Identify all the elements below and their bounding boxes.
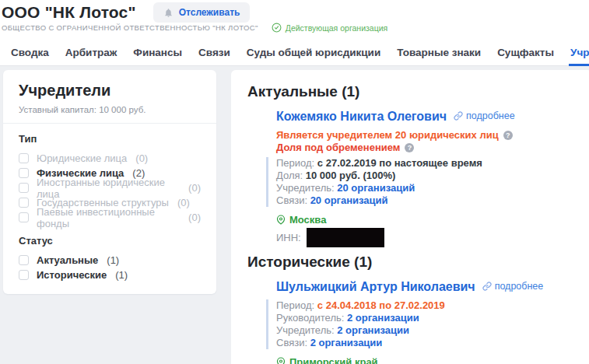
filter-label: Актуальные xyxy=(37,254,98,266)
checkbox[interactable] xyxy=(19,168,29,178)
person-name-link[interactable]: Шульжицкий Артур Николаевич xyxy=(276,280,475,294)
filter-checkbox-row[interactable]: Актуальные (1) xyxy=(19,253,201,268)
detail-label: Учредитель: xyxy=(276,182,337,194)
tab-svyazi[interactable]: Связи xyxy=(198,42,230,66)
location-label: Приморский край xyxy=(289,356,378,364)
detail-value-link[interactable]: 20 организаций xyxy=(337,182,415,194)
follow-button-label: Отслеживать xyxy=(179,7,240,18)
founders-content: Актуальные (1) Кожемяко Никита Олегович … xyxy=(231,70,589,364)
filter-label: Исторические xyxy=(37,269,107,281)
detail-row: Период: с 24.04.2018 по 27.02.2019 xyxy=(276,299,589,312)
detail-row: Связи: 20 организаций xyxy=(276,194,589,207)
filter-count: (0) xyxy=(135,152,148,164)
checkbox[interactable] xyxy=(19,198,29,208)
map-pin-icon xyxy=(276,215,286,225)
tab-uchrediteli[interactable]: Учредители xyxy=(570,42,589,66)
details-link[interactable]: подробнее xyxy=(482,281,544,292)
details-link[interactable]: подробнее xyxy=(454,110,515,121)
filter-checkbox-row[interactable]: Паевые инвестиционные фонды (0) xyxy=(19,210,201,225)
company-profile-page: ООО "НК Лотос" Отслеживать ОБЩЕСТВО С ОГ… xyxy=(0,0,589,364)
filter-count: (1) xyxy=(107,254,119,266)
detail-row: Период: с 27.02.2019 по настоящее время xyxy=(276,157,589,170)
link-icon xyxy=(454,111,463,121)
title-row: ООО "НК Лотос" Отслеживать xyxy=(2,2,250,23)
tab-sudy[interactable]: Суды общей юрисдикции xyxy=(247,42,380,66)
company-full-name: ОБЩЕСТВО С ОГРАНИЧЕННОЙ ОТВЕТСТВЕННОСТЬЮ… xyxy=(2,23,258,32)
status-badge-label: Действующая организация xyxy=(286,23,387,33)
filter-label: Иностранные юридические лица xyxy=(37,177,180,200)
filter-count: (0) xyxy=(188,182,201,194)
person-details: Период: с 24.04.2018 по 27.02.2019Руково… xyxy=(266,299,589,349)
info-icon[interactable]: ? xyxy=(405,143,414,152)
person-name-link[interactable]: Кожемяко Никита Олегович xyxy=(276,110,447,124)
checkbox[interactable] xyxy=(19,255,29,265)
detail-label: Доля: xyxy=(276,170,306,181)
info-icon[interactable]: ? xyxy=(503,131,513,140)
detail-value: с 27.02.2019 по настоящее время xyxy=(317,157,482,169)
location: Приморский край xyxy=(276,355,589,364)
warning-text: Доля под обременением? xyxy=(276,142,589,154)
tab-arbitrazh[interactable]: Арбитраж xyxy=(65,42,117,66)
checkbox[interactable] xyxy=(19,270,29,280)
person-card: Кожемяко Никита Олегович подробнее Являе… xyxy=(266,110,589,247)
warning-text: Является учредителем 20 юридических лиц? xyxy=(276,129,589,142)
charter-capital: Уставный капитал: 10 000 руб. xyxy=(19,105,201,114)
filter-checkbox-row[interactable]: Иностранные юридические лица (0) xyxy=(19,180,201,195)
company-title: ООО "НК Лотос" xyxy=(2,3,136,22)
detail-row: Руководитель: 2 организации xyxy=(276,312,589,324)
filter-count: (0) xyxy=(188,212,201,223)
detail-value-link[interactable]: 2 организации xyxy=(347,312,419,324)
detail-label: Связи: xyxy=(276,194,310,206)
detail-label: Период: xyxy=(276,157,317,169)
filter-count: (1) xyxy=(115,269,128,281)
tab-bar: СводкаАрбитражФинансыСвязиСуды общей юри… xyxy=(11,42,589,66)
location: Москва xyxy=(276,213,589,226)
detail-row: Связи: 2 организации xyxy=(276,337,589,349)
detail-row: Доля: 10 000 руб. (100%) xyxy=(276,170,589,182)
check-circle-icon xyxy=(272,23,282,33)
filter-label: Паевые инвестиционные фонды xyxy=(37,206,180,229)
detail-row: Учредитель: 20 организаций xyxy=(276,182,589,194)
filter-checkbox-row[interactable]: Юридические лица (0) xyxy=(19,151,201,166)
filter-group-label: Статус xyxy=(19,235,201,247)
checkbox[interactable] xyxy=(19,153,29,163)
detail-label: Руководитель: xyxy=(276,312,347,324)
follow-button[interactable]: Отслеживать xyxy=(153,2,251,23)
warning-label: Доля под обременением xyxy=(276,142,400,154)
detail-value: с 24.04.2018 по 27.02.2019 xyxy=(317,299,445,311)
details-link-label: подробнее xyxy=(495,281,544,292)
warning-label: Является учредителем 20 юридических лиц xyxy=(276,129,499,142)
sidebar-title: Учредители xyxy=(19,82,201,100)
tab-svodka[interactable]: Сводка xyxy=(11,42,49,66)
detail-label: Период: xyxy=(276,299,317,311)
filter-checkbox-row[interactable]: Исторические (1) xyxy=(19,268,201,282)
map-pin-icon xyxy=(276,357,286,364)
inn-label: ИНН: xyxy=(276,232,301,243)
link-icon xyxy=(482,282,492,291)
tab-finansy[interactable]: Финансы xyxy=(133,42,182,66)
status-badge: Действующая организация xyxy=(272,23,387,33)
details-link-label: подробнее xyxy=(466,110,515,121)
checkbox[interactable] xyxy=(19,183,29,193)
detail-value-link[interactable]: 20 организаций xyxy=(310,194,388,206)
section-heading: Актуальные (1) xyxy=(247,83,589,100)
inn-row: ИНН: xyxy=(276,228,589,247)
filter-group-label: Тип xyxy=(19,133,201,145)
redacted-inn-value xyxy=(307,228,384,247)
checkbox[interactable] xyxy=(19,212,29,222)
detail-label: Связи: xyxy=(276,337,310,348)
detail-value-link[interactable]: 2 организации xyxy=(337,324,409,336)
founders-filter-panel: Учредители Уставный капитал: 10 000 руб.… xyxy=(3,70,216,294)
subtitle-row: ОБЩЕСТВО С ОГРАНИЧЕННОЙ ОТВЕТСТВЕННОСТЬЮ… xyxy=(2,23,387,33)
tab-tovarnye-znaki[interactable]: Товарные знаки xyxy=(397,42,481,66)
detail-value-link[interactable]: 2 организации xyxy=(310,337,383,348)
tab-sushchfakty[interactable]: Сущфакты xyxy=(497,42,554,66)
founders-section: Актуальные (1) Кожемяко Никита Олегович … xyxy=(247,83,589,247)
detail-value: 10 000 руб. (100%) xyxy=(306,170,396,181)
person-card: Шульжицкий Артур Николаевич подробнее Пе… xyxy=(266,280,589,364)
location-label: Москва xyxy=(289,214,326,226)
company-header: ООО "НК Лотос" Отслеживать ОБЩЕСТВО С ОГ… xyxy=(0,0,589,66)
section-heading: Исторические (1) xyxy=(247,254,589,271)
filter-label: Юридические лица xyxy=(37,152,127,164)
detail-row: Учредитель: 2 организации xyxy=(276,324,589,337)
